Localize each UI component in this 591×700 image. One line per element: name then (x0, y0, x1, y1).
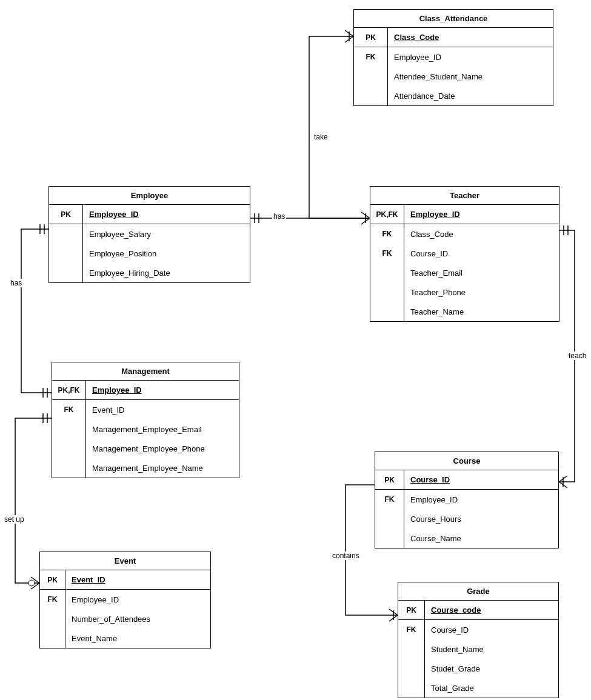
rel-label-has-2: has (9, 279, 23, 287)
attr-cell: Management_Employee_Phone (86, 439, 239, 458)
rel-label-teach: teach (567, 352, 587, 360)
entity-teacher: Teacher PK,FK FK FK Employee_ID Class_Co… (370, 186, 559, 322)
attr-cell: Course_code (425, 601, 558, 620)
key-cell (40, 609, 65, 628)
entity-course: Course PK FK Course_ID Employee_ID Cours… (375, 452, 559, 548)
entity-grade: Grade PK FK Course_code Course_ID Studen… (398, 582, 559, 698)
key-cell (52, 439, 85, 458)
entity-event: Event PK FK Event_ID Employee_ID Number_… (39, 552, 211, 648)
rel-label-contains: contains (331, 552, 361, 560)
svg-point-14 (28, 580, 35, 586)
entity-title: Class_Attendance (354, 10, 553, 28)
attr-cell: Employee_Hiring_Date (83, 263, 250, 282)
attr-cell: Attendee_Student_Name (388, 67, 553, 86)
key-cell (398, 639, 424, 659)
entity-title: Course (375, 452, 558, 470)
key-cell: FK (52, 400, 85, 419)
key-cell (370, 263, 404, 282)
er-diagram: { "chart_data": { "type": "er-diagram", … (0, 0, 591, 700)
entity-management: Management PK,FK FK Employee_ID Event_ID… (52, 362, 239, 478)
entity-title: Employee (49, 187, 250, 205)
attr-cell: Event_Name (65, 628, 210, 648)
key-cell (370, 282, 404, 302)
attr-cell: Number_of_Attendees (65, 609, 210, 628)
attr-cell: Employee_ID (65, 590, 210, 609)
svg-line-21 (559, 482, 567, 488)
key-cell (52, 419, 85, 439)
svg-line-26 (389, 615, 398, 621)
svg-line-3 (361, 212, 370, 218)
key-cell (354, 86, 387, 105)
attr-cell: Total_Grade (425, 678, 558, 698)
svg-line-7 (345, 36, 353, 42)
attr-cell: Management_Employee_Name (86, 458, 239, 478)
entity-title: Grade (398, 582, 558, 601)
attr-cell: Employee_ID (404, 490, 558, 509)
key-cell: FK (370, 224, 404, 244)
key-cell (49, 224, 82, 244)
key-cell: PK (375, 470, 404, 490)
attr-cell: Studet_Grade (425, 659, 558, 678)
attr-cell: Course_Name (404, 528, 558, 548)
attr-cell: Course_ID (404, 244, 559, 263)
rel-label-take: take (313, 133, 329, 141)
key-cell (370, 302, 404, 321)
key-cell (52, 458, 85, 478)
entity-title: Teacher (370, 187, 559, 205)
key-cell (375, 509, 404, 528)
key-cell: PK (398, 601, 424, 620)
key-cell (40, 628, 65, 648)
svg-line-25 (389, 609, 398, 615)
key-cell (375, 528, 404, 548)
attr-cell: Event_ID (86, 400, 239, 419)
attr-cell: Teacher_Email (404, 263, 559, 282)
key-cell: FK (40, 590, 65, 609)
attr-cell: Employee_ID (388, 47, 553, 67)
key-cell: PK,FK (52, 381, 85, 400)
attr-cell: Employee_ID (83, 205, 250, 224)
key-cell: PK (40, 570, 65, 590)
svg-line-20 (559, 476, 567, 482)
attr-cell: Teacher_Name (404, 302, 559, 321)
key-cell (398, 659, 424, 678)
key-cell: FK (370, 244, 404, 263)
attr-cell: Employee_Position (83, 244, 250, 263)
key-cell: PK (49, 205, 82, 224)
key-cell (49, 244, 82, 263)
key-cell: PK (354, 28, 387, 47)
attr-cell: Management_Employee_Email (86, 419, 239, 439)
attr-cell: Course_ID (404, 470, 558, 490)
key-cell: FK (354, 47, 387, 67)
entity-employee: Employee PK Employee_ID Employee_Salary … (48, 186, 250, 283)
rel-label-has-1: has (272, 212, 286, 221)
key-cell (354, 67, 387, 86)
svg-line-4 (361, 218, 370, 224)
attr-cell: Course_Hours (404, 509, 558, 528)
attr-cell: Teacher_Phone (404, 282, 559, 302)
attr-cell: Student_Name (425, 639, 558, 659)
attr-cell: Class_Code (404, 224, 559, 244)
attr-cell: Employee_ID (86, 381, 239, 400)
attr-cell: Attendance_Date (388, 86, 553, 105)
svg-line-15 (31, 577, 39, 583)
attr-cell: Course_ID (425, 620, 558, 639)
key-cell (398, 678, 424, 698)
attr-cell: Employee_Salary (83, 224, 250, 244)
rel-label-setup: set up (3, 515, 25, 524)
entity-title: Event (40, 552, 210, 570)
key-cell: FK (398, 620, 424, 639)
attr-cell: Employee_ID (404, 205, 559, 224)
svg-line-16 (31, 583, 39, 589)
svg-line-6 (345, 30, 353, 36)
attr-cell: Class_Code (388, 28, 553, 47)
key-cell: PK,FK (370, 205, 404, 224)
key-cell: FK (375, 490, 404, 509)
attr-cell: Event_ID (65, 570, 210, 590)
entity-class-attendance: Class_Attendance PK FK Class_Code Employ… (353, 9, 553, 106)
key-cell (49, 263, 82, 282)
entity-title: Management (52, 362, 239, 381)
